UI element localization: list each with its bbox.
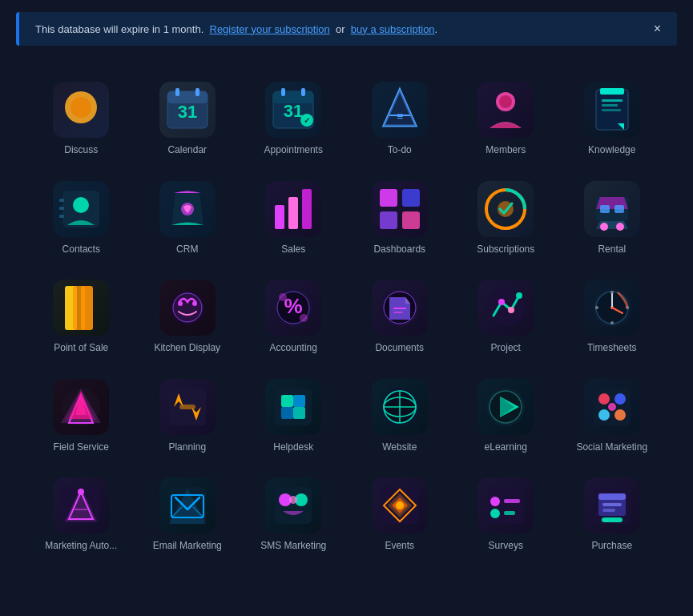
- svg-point-117: [289, 496, 297, 504]
- smsmarketing-icon: [265, 477, 321, 533]
- elearning-label: eLearning: [485, 441, 527, 454]
- svg-rect-35: [302, 189, 312, 229]
- app-members[interactable]: Members: [457, 74, 555, 165]
- app-events[interactable]: Events: [351, 469, 449, 561]
- app-pos[interactable]: Point of Sale: [32, 272, 131, 363]
- svg-point-64: [498, 299, 505, 305]
- knowledge-label: Knowledge: [588, 144, 635, 157]
- rental-label: Rental: [598, 244, 626, 256]
- app-website[interactable]: Website: [351, 371, 449, 462]
- contacts-label: Contacts: [62, 244, 100, 256]
- app-subscriptions[interactable]: Subscriptions: [457, 173, 555, 264]
- svg-point-52: [178, 301, 183, 306]
- contacts-icon: [53, 181, 109, 237]
- purchase-icon: [584, 477, 640, 533]
- todo-label: To-do: [388, 144, 412, 157]
- app-elearning[interactable]: eLearning: [457, 371, 555, 462]
- dashboards-icon: [372, 181, 428, 237]
- svg-rect-6: [195, 88, 199, 96]
- svg-point-101: [614, 393, 626, 405]
- svg-text:≡: ≡: [397, 110, 403, 123]
- kitchen-label: Kitchen Display: [154, 342, 220, 355]
- notification-bar: This database will expire in 1 month. Re…: [16, 12, 677, 46]
- app-accounting[interactable]: % Accounting: [244, 272, 343, 363]
- pos-icon: [53, 280, 109, 336]
- svg-rect-30: [59, 215, 64, 218]
- svg-rect-86: [293, 395, 305, 407]
- app-todo[interactable]: ≡ To-do: [351, 74, 449, 165]
- svg-rect-28: [59, 199, 64, 202]
- svg-text:31: 31: [178, 102, 197, 122]
- svg-point-53: [192, 301, 197, 306]
- buy-link[interactable]: buy a subscription: [351, 23, 435, 35]
- sales-label: Sales: [281, 244, 305, 256]
- app-knowledge[interactable]: Knowledge: [563, 74, 662, 165]
- svg-point-73: [610, 321, 614, 324]
- svg-rect-13: [301, 88, 305, 96]
- app-rental[interactable]: Rental: [563, 173, 662, 264]
- subscriptions-icon: [477, 181, 534, 237]
- svg-rect-84: [275, 389, 312, 425]
- members-label: Members: [486, 144, 526, 157]
- todo-icon: ≡: [372, 82, 428, 138]
- calendar-label: Calendar: [167, 144, 207, 157]
- svg-rect-46: [614, 205, 624, 213]
- svg-rect-128: [602, 503, 622, 506]
- app-surveys[interactable]: Surveys: [457, 469, 555, 561]
- app-purchase[interactable]: Purchase: [563, 469, 662, 561]
- marketingauto-icon: [53, 477, 109, 533]
- knowledge-icon: [584, 82, 640, 138]
- app-socialmarketing[interactable]: Social Marketing: [563, 371, 662, 462]
- surveys-label: Surveys: [489, 540, 523, 553]
- svg-point-66: [516, 292, 522, 299]
- svg-rect-23: [602, 99, 622, 102]
- app-sales[interactable]: Sales: [244, 173, 343, 264]
- svg-point-58: [300, 314, 308, 322]
- app-fieldservice[interactable]: Field Service: [32, 371, 131, 462]
- surveys-icon: [477, 477, 534, 533]
- svg-point-51: [173, 293, 202, 322]
- svg-rect-85: [281, 395, 293, 407]
- planning-label: Planning: [168, 441, 206, 454]
- svg-rect-61: [393, 308, 406, 309]
- app-emailmarketing[interactable]: Email Marketing: [139, 469, 237, 561]
- app-project[interactable]: Project: [457, 272, 555, 363]
- register-link[interactable]: Register your subscription: [210, 23, 330, 35]
- svg-point-100: [598, 393, 610, 405]
- socialmarketing-icon: [584, 379, 640, 435]
- app-timesheets[interactable]: Timesheets: [563, 272, 662, 363]
- close-button[interactable]: ×: [654, 22, 661, 36]
- smsmarketing-label: SMS Marketing: [260, 540, 326, 553]
- dashboards-label: Dashboards: [373, 244, 425, 256]
- helpdesk-label: Helpdesk: [273, 441, 313, 454]
- app-crm[interactable]: CRM: [139, 173, 237, 264]
- app-planning[interactable]: Planning: [139, 371, 237, 462]
- svg-text:✓: ✓: [304, 116, 310, 125]
- svg-rect-45: [600, 205, 610, 213]
- app-appointments[interactable]: 31 ✓ Appointments: [244, 74, 343, 165]
- app-calendar[interactable]: 31 Calendar: [139, 74, 237, 165]
- app-dashboards[interactable]: Dashboards: [351, 173, 449, 264]
- svg-point-57: [279, 293, 287, 301]
- app-kitchen[interactable]: Kitchen Display: [139, 272, 237, 363]
- timesheets-icon: [584, 280, 640, 336]
- app-marketingauto[interactable]: Marketing Auto...: [32, 469, 131, 561]
- svg-rect-87: [281, 407, 293, 419]
- svg-rect-29: [59, 207, 64, 210]
- svg-point-121: [490, 497, 500, 506]
- app-discuss[interactable]: Discuss: [32, 74, 131, 165]
- svg-point-74: [595, 306, 598, 309]
- project-label: Project: [491, 342, 521, 355]
- svg-rect-38: [402, 189, 420, 207]
- app-contacts[interactable]: Contacts: [32, 173, 131, 264]
- svg-point-102: [598, 409, 610, 421]
- crm-label: CRM: [176, 244, 198, 256]
- app-documents[interactable]: Documents: [351, 272, 449, 363]
- app-smsmarketing[interactable]: SMS Marketing: [244, 469, 343, 561]
- app-helpdesk[interactable]: Helpdesk: [244, 371, 343, 462]
- svg-point-104: [608, 403, 616, 411]
- fieldservice-icon: [53, 379, 109, 435]
- svg-rect-88: [293, 407, 305, 419]
- svg-rect-39: [402, 211, 420, 229]
- timesheets-label: Timesheets: [587, 342, 637, 355]
